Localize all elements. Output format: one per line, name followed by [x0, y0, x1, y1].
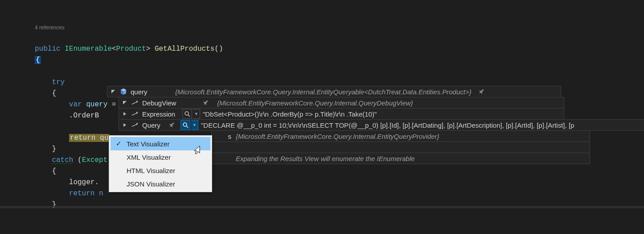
pin-icon[interactable]	[476, 89, 487, 94]
svg-line-3	[186, 126, 188, 128]
dropdown-icon[interactable]: ▼	[191, 120, 198, 130]
datatip-value: {Microsoft.EntityFrameworkCore.Query.Int…	[175, 88, 476, 96]
menu-label: Text Visualizer	[125, 140, 210, 148]
magnifier-icon[interactable]	[180, 120, 190, 130]
method-name: GetAllProducts	[155, 45, 214, 53]
datatip-name: Expression	[142, 110, 182, 118]
svg-point-0	[185, 112, 189, 115]
expander-icon[interactable]	[119, 109, 131, 119]
pin-icon[interactable]	[200, 100, 211, 105]
datatip-value: Expanding the Results View will enumerat…	[236, 155, 419, 162]
menu-item-xml-visualizer[interactable]: XML Visualizer	[111, 150, 210, 164]
expander-icon[interactable]	[119, 97, 131, 108]
type-exception: Except	[82, 156, 108, 164]
datatip-row-debugview[interactable]: DebugView {Microsoft.EntityFrameworkCore…	[119, 97, 564, 109]
menu-item-json-visualizer[interactable]: JSON Visualizer	[111, 177, 210, 190]
datatip-name: DebugView	[142, 99, 200, 107]
datatip-value: "DbSet<Product>()\r\n .OrderBy(p => p.Ti…	[203, 110, 381, 118]
datatip-value: "DECLARE @__p_0 int = 10;\r\n\r\nSELECT …	[201, 121, 578, 129]
return-stmt: return qu	[69, 134, 109, 142]
ruler	[0, 207, 644, 208]
datatip-row-provider[interactable]: s {Microsoft.EntityFrameworkCore.Query.I…	[211, 130, 590, 142]
datatip-row-query[interactable]: query {Microsoft.EntityFrameworkCore.Que…	[107, 86, 561, 97]
datatip-row-expression[interactable]: Expression ▼ "DbSet<Product>()\r\n .Orde…	[119, 108, 564, 120]
menu-label: XML Visualizer	[125, 153, 210, 161]
ruler	[0, 206, 644, 207]
magnifier-icon[interactable]	[182, 109, 192, 119]
menu-label: HTML Visualizer	[125, 167, 210, 174]
datatip-row-query-prop[interactable]: Query ▼ "DECLARE @__p_0 int = 10;\r\n\r\…	[119, 119, 644, 131]
wrench-icon	[131, 98, 139, 107]
kw-try: try	[52, 78, 65, 86]
type-product: Product	[116, 45, 146, 53]
svg-line-1	[188, 115, 190, 117]
logger: logger.	[69, 178, 99, 186]
menu-item-text-visualizer[interactable]: ✓ Text Visualizer	[111, 137, 210, 150]
type-ienumerable: IEnumerable	[65, 45, 112, 53]
kw-return2: return n	[69, 190, 103, 198]
wrench-icon	[131, 121, 139, 129]
kw-catch: catch	[52, 156, 73, 164]
wrench-icon	[131, 109, 139, 118]
datatip-value: {Microsoft.EntityFrameworkCore.Query.Int…	[217, 99, 418, 107]
open-brace: {	[35, 56, 41, 64]
check-icon: ✓	[112, 140, 125, 148]
menu-label: JSON Visualizer	[125, 180, 210, 188]
pin-icon[interactable]	[166, 122, 177, 128]
datatip-name: Query	[142, 121, 166, 129]
expander-icon[interactable]	[107, 86, 119, 97]
orderby: .OrderB	[69, 112, 99, 120]
datatip-name: query	[131, 88, 175, 96]
kw-var: var	[69, 101, 82, 109]
menu-item-html-visualizer[interactable]: HTML Visualizer	[111, 164, 210, 177]
var-query: query	[86, 101, 107, 109]
datatip-row-blank	[211, 141, 590, 153]
svg-point-2	[183, 123, 187, 126]
datatip-row-results[interactable]: Expanding the Results View will enumerat…	[211, 153, 590, 164]
datatip-name-frag: s	[212, 133, 231, 140]
codelens[interactable]: 4 references	[35, 24, 644, 31]
expander-icon[interactable]	[119, 120, 131, 130]
datatip-value: {Microsoft.EntityFrameworkCore.Query.Int…	[236, 133, 444, 140]
dropdown-icon[interactable]: ▼	[193, 109, 200, 119]
kw-public: public	[35, 45, 61, 53]
visualizer-menu[interactable]: ✓ Text Visualizer XML Visualizer HTML Vi…	[109, 135, 212, 192]
local-variable-icon	[119, 87, 128, 96]
